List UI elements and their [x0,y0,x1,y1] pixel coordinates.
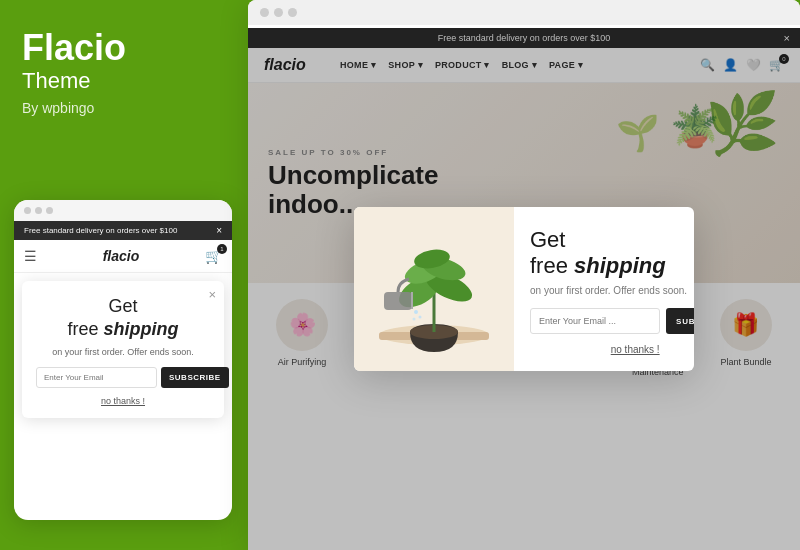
brand-title: Flacio [22,30,223,66]
desktop-mockup: Free standard delivery on orders over $1… [248,0,800,550]
desktop-subscribe-button[interactable]: SUBSCRIBE [666,308,694,334]
mobile-nav: ☰ flacio 🛒 1 [14,240,232,273]
mobile-cart-badge: 1 [217,244,227,254]
mobile-popup-title: Get free shipping [36,295,210,342]
desktop-popup: × Get free shipping on your first order.… [354,207,694,372]
mobile-nothanks-link[interactable]: no thanks ! [36,396,210,406]
mobile-popup-subtitle: on your first order. Offer ends soon. [36,347,210,357]
mobile-topbar: Free standard delivery on orders over $1… [14,221,232,240]
brand-subtitle: Theme [22,68,223,94]
svg-rect-11 [384,292,412,310]
svg-point-15 [413,317,416,320]
desktop-email-input[interactable] [530,308,660,334]
desktop-popup-right: × Get free shipping on your first order.… [514,207,694,372]
mobile-popup-close-button[interactable]: × [208,287,216,302]
desktop-popup-plant-illustration [354,207,514,367]
desktop-popup-form: SUBSCRIBE [530,308,694,334]
mobile-dot-1 [24,207,31,214]
desktop-dots-bar [248,0,800,25]
desktop-dot-2 [274,8,283,17]
mobile-email-input[interactable] [36,367,157,388]
mobile-dot-3 [46,207,53,214]
mobile-cart-icon[interactable]: 🛒 1 [205,248,222,264]
mobile-hamburger-icon[interactable]: ☰ [24,248,37,264]
mobile-topbar-close-button[interactable]: × [216,225,222,236]
brand-by: By wpbingo [22,100,223,116]
desktop-dot-3 [288,8,297,17]
desktop-popup-overlay: × Get free shipping on your first order.… [248,28,800,550]
mobile-dot-2 [35,207,42,214]
desktop-dot-1 [260,8,269,17]
desktop-nothanks-link[interactable]: no thanks ! [530,344,694,355]
left-panel: Flacio Theme By wpbingo Free standard de… [0,0,245,550]
desktop-popup-title: Get free shipping [530,227,694,280]
svg-point-13 [414,310,418,314]
mobile-logo: flacio [103,248,140,264]
mobile-dots-bar [14,200,232,221]
mobile-topbar-text: Free standard delivery on orders over $1… [24,226,177,235]
desktop-popup-subtitle: on your first order. Offer ends soon. [530,285,694,296]
mobile-popup: × Get free shipping on your first order.… [22,281,224,418]
mobile-subscribe-button[interactable]: SUBSCRIBE [161,367,229,388]
svg-point-14 [419,315,422,318]
mobile-popup-form: SUBSCRIBE [36,367,210,388]
mobile-mockup: Free standard delivery on orders over $1… [14,200,232,520]
desktop-popup-image [354,207,514,372]
